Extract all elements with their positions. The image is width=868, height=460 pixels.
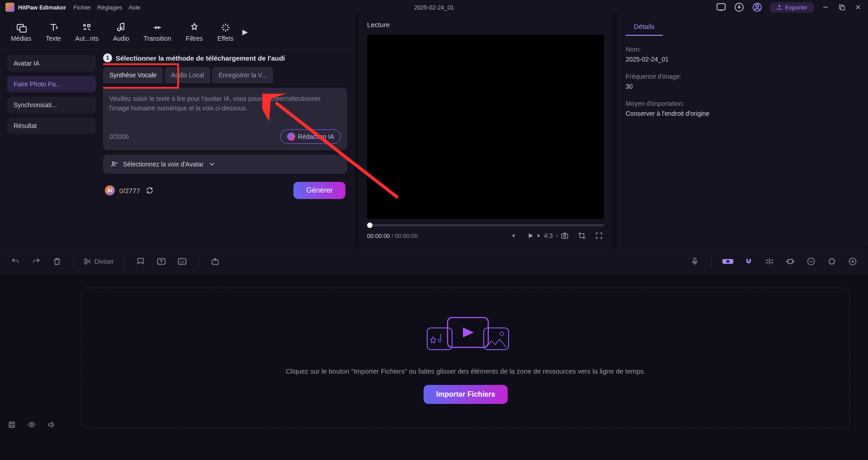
menu-file[interactable]: Fichier — [73, 4, 91, 11]
svg-rect-35 — [9, 422, 14, 427]
main-area: Médias Texte Aut...nts Audio Transition … — [0, 14, 868, 249]
audio-tab-record[interactable]: Enregistrer la V... — [212, 67, 273, 83]
svg-rect-25 — [726, 260, 730, 262]
svg-rect-12 — [88, 24, 90, 27]
redo-icon[interactable] — [30, 255, 42, 268]
svg-point-31 — [829, 259, 835, 264]
preview-pane: Lecture 00:00:00 / 00:00:00 4:3 — [359, 14, 612, 249]
resize-icon[interactable] — [784, 255, 797, 268]
step-heading: 1 Sélectionner la méthode de téléchargem… — [103, 53, 347, 62]
zoom-slider-knob[interactable] — [826, 255, 838, 268]
sidebar: Avatar IA Faire Photo Pa... Synchronisat… — [0, 50, 103, 249]
export-button[interactable]: Exporter — [770, 2, 814, 13]
ribbon-tab-transition[interactable]: Transition — [137, 19, 179, 45]
next-frame-icon[interactable]: 4:3 — [542, 231, 552, 241]
dropzone-illustration — [416, 312, 515, 357]
crop-icon[interactable] — [577, 231, 587, 241]
user-icon[interactable] — [752, 2, 763, 13]
minimize-button[interactable] — [821, 3, 830, 12]
menu-settings[interactable]: Réglages — [97, 4, 122, 11]
sidebar-item-sync[interactable]: Synchronisati... — [7, 97, 96, 113]
ribbon-panel: Médias Texte Aut...nts Audio Transition … — [0, 14, 354, 249]
refresh-icon[interactable] — [145, 185, 155, 195]
align-icon[interactable] — [763, 255, 776, 268]
detail-fps-label: Fréquence d'image: — [626, 73, 859, 80]
zoom-out-icon[interactable] — [805, 255, 817, 268]
generate-button[interactable]: Générer — [293, 182, 345, 199]
prev-frame-icon[interactable] — [508, 231, 518, 241]
mic-icon[interactable] — [689, 255, 701, 268]
svg-rect-39 — [484, 328, 509, 350]
svg-point-18 — [85, 262, 87, 265]
credit-row: AI 0/2777 Générer — [103, 178, 347, 199]
speaker-icon[interactable] — [46, 419, 57, 430]
chat-icon[interactable] — [716, 2, 726, 13]
undo-icon[interactable] — [9, 255, 22, 268]
svg-point-3 — [756, 5, 759, 7]
split-button[interactable]: Diviser — [84, 257, 114, 266]
sidebar-item-photo[interactable]: Faire Photo Pa... — [7, 76, 96, 92]
ribbon-tab-stickers[interactable]: Aut...nts — [68, 19, 106, 45]
tts-textarea[interactable]: Veuillez saisir le texte à lire pour l'a… — [109, 94, 341, 124]
dropzone-text: Cliquez sur le bouton "Importer Fichiers… — [286, 367, 646, 375]
tts-box: Veuillez saisir le texte à lire pour l'a… — [103, 88, 347, 150]
link-icon[interactable] — [722, 255, 734, 268]
svg-point-17 — [85, 259, 87, 261]
svg-rect-23 — [694, 258, 696, 262]
play-icon[interactable] — [525, 231, 535, 241]
ai-redaction-button[interactable]: Rédaction IA — [280, 129, 341, 144]
timeline-dropzone[interactable]: Cliquez sur le bouton "Importer Fichiers… — [81, 288, 850, 428]
maximize-button[interactable] — [837, 3, 846, 12]
fullscreen-icon[interactable] — [594, 231, 604, 241]
sidebar-item-result[interactable]: Résultat — [7, 118, 96, 134]
ribbon-tabs: Médias Texte Aut...nts Audio Transition … — [0, 14, 354, 50]
close-button[interactable] — [854, 3, 863, 12]
svg-rect-26 — [746, 258, 748, 260]
eye-icon[interactable] — [26, 419, 37, 430]
details-tab[interactable]: Détails — [626, 18, 663, 36]
voice-icon — [110, 160, 118, 168]
tts-char-count: 0/2000 — [109, 133, 129, 140]
preview-video[interactable] — [367, 35, 604, 219]
text-box-icon[interactable] — [155, 255, 168, 268]
voice-select[interactable]: Sélectionnez la voix d'Avatar — [103, 155, 347, 174]
download-icon[interactable] — [734, 2, 745, 13]
audio-tab-local[interactable]: Audio Local — [165, 67, 210, 83]
import-files-button[interactable]: Importer Fichiers — [424, 385, 508, 404]
svg-rect-6 — [841, 6, 844, 10]
ribbon-more-icon[interactable]: ▶ — [242, 28, 248, 36]
delete-icon[interactable] — [51, 255, 63, 268]
credit-badge-icon: AI — [105, 185, 115, 195]
audio-tab-tts[interactable]: Synthèse Vocale — [103, 67, 163, 83]
app-name: HitPaw Edimakor — [18, 4, 66, 11]
seekbar[interactable] — [367, 224, 604, 226]
detail-fps-value: 30 — [626, 83, 859, 90]
ribbon-tab-text[interactable]: Texte — [38, 19, 68, 45]
marker-icon[interactable] — [134, 255, 147, 268]
svg-point-13 — [113, 162, 115, 164]
chevron-down-icon — [208, 160, 216, 168]
ai-box-icon[interactable]: AI — [176, 255, 189, 268]
zoom-in-icon[interactable] — [846, 255, 859, 268]
svg-rect-0 — [717, 4, 725, 10]
seekbar-knob[interactable] — [367, 223, 373, 228]
timeline-toolbar: Diviser AI — [0, 249, 868, 274]
export-clip-icon[interactable] — [209, 255, 222, 268]
svg-rect-10 — [20, 27, 26, 32]
svg-text:AI: AI — [180, 260, 184, 264]
svg-point-11 — [84, 24, 85, 26]
menu-help[interactable]: Aide — [128, 4, 140, 11]
save-icon[interactable] — [6, 419, 17, 430]
ribbon-tab-filters[interactable]: Filtres — [179, 19, 210, 45]
timeline-left-rail — [0, 274, 63, 457]
ribbon-tab-audio[interactable]: Audio — [106, 19, 137, 45]
ribbon-tab-media[interactable]: Médias — [4, 19, 38, 45]
ribbon-tab-effects[interactable]: Effets — [210, 19, 241, 45]
timecode: 00:00:00 / 00:00:00 — [367, 232, 418, 239]
svg-rect-28 — [788, 259, 792, 263]
svg-point-36 — [31, 424, 33, 426]
snapshot-icon[interactable] — [560, 231, 570, 241]
sidebar-item-avatar[interactable]: Avatar IA — [7, 55, 96, 71]
magnet-icon[interactable] — [742, 255, 755, 268]
timeline-area: Cliquez sur le bouton "Importer Fichiers… — [0, 274, 868, 457]
